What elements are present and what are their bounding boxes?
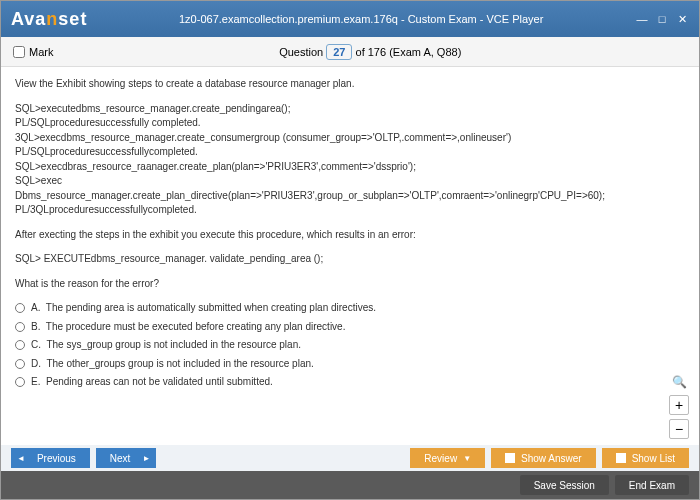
question-word: Question: [279, 46, 323, 58]
bottom-toolbar: Previous Next Review ▼ Show Answer Show …: [1, 445, 699, 499]
option-b[interactable]: B. The procedure must be executed before…: [15, 320, 685, 335]
option-radio[interactable]: [15, 322, 25, 332]
mark-label: Mark: [29, 46, 53, 58]
option-label: C. The sys_group group is not included i…: [31, 338, 685, 353]
zoom-controls: 🔍 + −: [669, 375, 689, 439]
option-radio[interactable]: [15, 377, 25, 387]
show-answer-button[interactable]: Show Answer: [491, 448, 596, 468]
checkbox-icon: [505, 453, 515, 463]
review-button[interactable]: Review ▼: [410, 448, 485, 468]
question-header: Mark Question 27 of 176 (Exam A, Q88): [1, 37, 699, 67]
code-line: PL/SQLproceduresuccessfully completed.: [15, 116, 685, 131]
intro-text: View the Exhibit showing steps to create…: [15, 77, 685, 92]
option-radio[interactable]: [15, 303, 25, 313]
minimize-icon[interactable]: —: [635, 12, 649, 26]
nav-row: Previous Next Review ▼ Show Answer Show …: [1, 445, 699, 471]
code-line: 3QL>execdbms_resource_manager.create_con…: [15, 131, 685, 146]
previous-button[interactable]: Previous: [11, 448, 90, 468]
question-content: View the Exhibit showing steps to create…: [1, 67, 699, 437]
question-total: of 176 (Exam A, Q88): [352, 46, 461, 58]
question-number: 27: [326, 44, 352, 60]
option-label: D. The other_groups group is not include…: [31, 357, 685, 372]
answer-options: A. The pending area is automatically sub…: [15, 301, 685, 390]
title-bar: Avanset 1z0-067.examcollection.premium.e…: [1, 1, 699, 37]
next-button[interactable]: Next: [96, 448, 156, 468]
logo-part: Ava: [11, 9, 46, 29]
mark-checkbox[interactable]: [13, 46, 25, 58]
checkbox-icon: [616, 453, 626, 463]
window-title: 1z0-067.examcollection.premium.exam.176q…: [87, 13, 635, 25]
show-list-button[interactable]: Show List: [602, 448, 689, 468]
code-line: PL/SQLproceduresuccessfullycompleted.: [15, 145, 685, 160]
close-icon[interactable]: ✕: [675, 12, 689, 26]
zoom-out-button[interactable]: −: [669, 419, 689, 439]
option-label: B. The procedure must be executed before…: [31, 320, 685, 335]
logo-part: set: [58, 9, 87, 29]
option-radio[interactable]: [15, 359, 25, 369]
mark-question[interactable]: Mark: [13, 46, 53, 58]
option-d[interactable]: D. The other_groups group is not include…: [15, 357, 685, 372]
after-text: After execting the steps in the exhibit …: [15, 228, 685, 243]
option-a[interactable]: A. The pending area is automatically sub…: [15, 301, 685, 316]
zoom-in-button[interactable]: +: [669, 395, 689, 415]
app-logo: Avanset: [11, 9, 87, 30]
session-row: Save Session End Exam: [1, 471, 699, 499]
code-line: Dbms_resource_manager.create_plan_direct…: [15, 189, 685, 204]
option-radio[interactable]: [15, 340, 25, 350]
save-session-button[interactable]: Save Session: [520, 475, 609, 495]
option-e[interactable]: E. Pending areas can not be validated un…: [15, 375, 685, 390]
question-counter: Question 27 of 176 (Exam A, Q88): [53, 46, 687, 58]
code-line: PL/3QLproceduresuccessfullycompleted.: [15, 203, 685, 218]
dropdown-icon: ▼: [463, 454, 471, 463]
magnify-icon[interactable]: 🔍: [669, 375, 689, 389]
code-line: SQL>exec: [15, 174, 685, 189]
exec-line: SQL> EXECUTEdbms_resource_manager. valid…: [15, 252, 685, 267]
code-line: SQL>executedbms_resource_manager.create_…: [15, 102, 685, 117]
code-exhibit: SQL>executedbms_resource_manager.create_…: [15, 102, 685, 218]
option-label: E. Pending areas can not be validated un…: [31, 375, 685, 390]
maximize-icon[interactable]: □: [655, 12, 669, 26]
option-label: A. The pending area is automatically sub…: [31, 301, 685, 316]
logo-part: n: [46, 9, 58, 29]
question-prompt: What is the reason for the error?: [15, 277, 685, 292]
window-controls: — □ ✕: [635, 12, 689, 26]
option-c[interactable]: C. The sys_group group is not included i…: [15, 338, 685, 353]
code-line: SQL>execdbras_resource_raanager.create_p…: [15, 160, 685, 175]
end-exam-button[interactable]: End Exam: [615, 475, 689, 495]
